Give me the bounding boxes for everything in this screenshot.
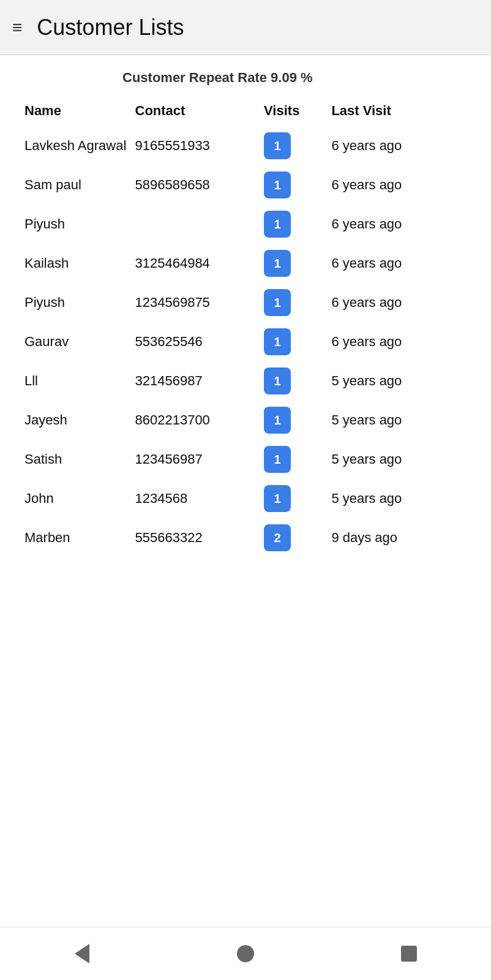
customer-last-visit: 6 years ago bbox=[331, 165, 467, 205]
customer-name: Jayesh bbox=[24, 401, 135, 440]
customer-table: Name Contact Visits Last Visit Lavkesh A… bbox=[24, 98, 467, 557]
table-row[interactable]: Lavkesh Agrawal916555193316 years ago bbox=[24, 126, 467, 165]
customer-last-visit: 6 years ago bbox=[331, 322, 467, 361]
home-button[interactable] bbox=[230, 938, 261, 969]
customer-visits: 1 bbox=[264, 361, 331, 401]
table-row[interactable]: Gaurav55362554616 years ago bbox=[24, 322, 467, 361]
back-button[interactable] bbox=[67, 938, 97, 969]
repeat-rate-value: 9.09 % bbox=[271, 70, 313, 85]
customer-last-visit: 6 years ago bbox=[331, 205, 467, 244]
customer-last-visit: 6 years ago bbox=[331, 126, 467, 165]
customer-visits: 1 bbox=[264, 401, 331, 440]
customer-name: Lavkesh Agrawal bbox=[24, 126, 135, 165]
customer-visits: 1 bbox=[264, 479, 331, 518]
customer-contact: 553625546 bbox=[135, 322, 264, 361]
customer-name: Piyush bbox=[24, 205, 135, 244]
customer-visits: 2 bbox=[264, 518, 331, 557]
customer-last-visit: 6 years ago bbox=[331, 283, 467, 322]
customer-last-visit: 5 years ago bbox=[331, 401, 467, 440]
customer-name: Lll bbox=[24, 361, 135, 401]
customer-last-visit: 6 years ago bbox=[331, 244, 467, 283]
table-row[interactable]: Jayesh860221370015 years ago bbox=[24, 401, 467, 440]
customer-contact: 5896589658 bbox=[135, 165, 264, 205]
back-icon bbox=[75, 944, 89, 963]
page-title: Customer Lists bbox=[37, 15, 184, 40]
bottom-navigation bbox=[0, 927, 491, 980]
table-row[interactable]: Lll32145698715 years ago bbox=[24, 361, 467, 401]
col-header-visits: Visits bbox=[264, 98, 331, 126]
table-row[interactable]: John123456815 years ago bbox=[24, 479, 467, 518]
customer-name: Sam paul bbox=[24, 165, 135, 205]
table-row[interactable]: Piyush16 years ago bbox=[24, 205, 467, 244]
recent-button[interactable] bbox=[394, 938, 424, 969]
customer-visits: 1 bbox=[264, 283, 331, 322]
menu-icon[interactable]: ≡ bbox=[12, 19, 22, 36]
table-row[interactable]: Kailash312546498416 years ago bbox=[24, 244, 467, 283]
customer-contact: 1234569875 bbox=[135, 283, 264, 322]
customer-name: Satish bbox=[24, 440, 135, 479]
customer-visits: 1 bbox=[264, 244, 331, 283]
col-header-contact: Contact bbox=[135, 98, 264, 126]
main-content: Customer Repeat Rate 9.09 % Name Contact… bbox=[0, 55, 491, 927]
customer-last-visit: 9 days ago bbox=[331, 518, 467, 557]
customer-contact bbox=[135, 205, 264, 244]
table-row[interactable]: Marben55566332229 days ago bbox=[24, 518, 467, 557]
col-header-lastvisit: Last Visit bbox=[331, 98, 467, 126]
customer-contact: 3125464984 bbox=[135, 244, 264, 283]
customer-name: Gaurav bbox=[24, 322, 135, 361]
customer-name: Kailash bbox=[24, 244, 135, 283]
table-row[interactable]: Piyush123456987516 years ago bbox=[24, 283, 467, 322]
col-header-name: Name bbox=[24, 98, 135, 126]
app-header: ≡ Customer Lists bbox=[0, 0, 491, 55]
home-icon bbox=[237, 945, 254, 962]
customer-contact: 1234568 bbox=[135, 479, 264, 518]
customer-last-visit: 5 years ago bbox=[331, 440, 467, 479]
customer-contact: 555663322 bbox=[135, 518, 264, 557]
customer-last-visit: 5 years ago bbox=[331, 479, 467, 518]
customer-contact: 8602213700 bbox=[135, 401, 264, 440]
customer-name: Marben bbox=[24, 518, 135, 557]
customer-last-visit: 5 years ago bbox=[331, 361, 467, 401]
customer-name: Piyush bbox=[24, 283, 135, 322]
repeat-rate-label: Customer Repeat Rate bbox=[122, 70, 267, 85]
table-row[interactable]: Satish12345698715 years ago bbox=[24, 440, 467, 479]
repeat-rate-section: Customer Repeat Rate 9.09 % bbox=[24, 70, 467, 86]
customer-visits: 1 bbox=[264, 126, 331, 165]
customer-contact: 9165551933 bbox=[135, 126, 264, 165]
customer-visits: 1 bbox=[264, 440, 331, 479]
customer-contact: 123456987 bbox=[135, 440, 264, 479]
customer-contact: 321456987 bbox=[135, 361, 264, 401]
customer-name: John bbox=[24, 479, 135, 518]
recent-icon bbox=[401, 946, 417, 962]
table-row[interactable]: Sam paul589658965816 years ago bbox=[24, 165, 467, 205]
customer-visits: 1 bbox=[264, 205, 331, 244]
customer-visits: 1 bbox=[264, 165, 331, 205]
customer-visits: 1 bbox=[264, 322, 331, 361]
